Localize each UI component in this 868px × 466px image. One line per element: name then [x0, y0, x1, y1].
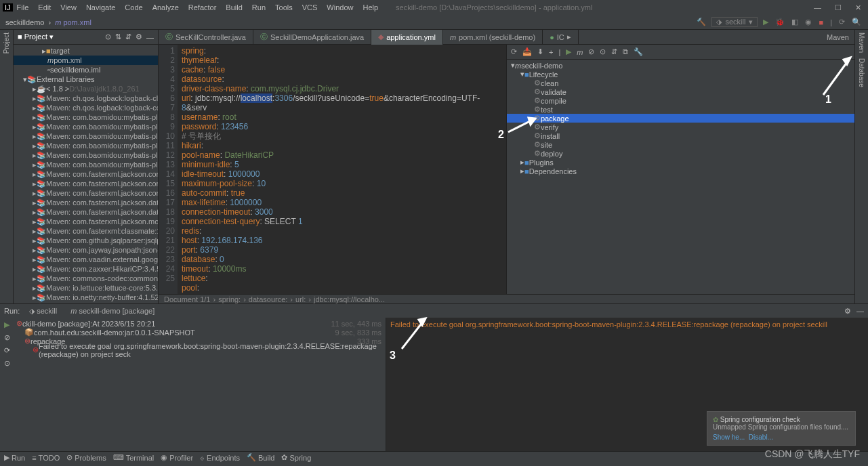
collapse-all-icon[interactable]: ⇵ — [611, 47, 617, 56]
bb-build[interactable]: 🔨 Build — [247, 453, 274, 462]
build-icon[interactable]: 🔨 — [695, 18, 707, 26]
settings-icon[interactable]: 🔧 — [634, 47, 643, 56]
tree-lib[interactable]: ▸ 📚 Maven: ch.qos.logback:logback-classi… — [14, 93, 158, 103]
maven-goal-clean[interactable]: ⚙ clean — [507, 79, 854, 87]
breadcrumb-project[interactable]: seckilldemo — [5, 18, 44, 26]
run-head[interactable]: ckill-demo [package]: — [22, 320, 92, 328]
menu-code[interactable]: Code — [121, 2, 146, 13]
maven-deps[interactable]: Dependencies — [529, 167, 577, 175]
maven-goal-package[interactable]: ⚙ package — [507, 114, 854, 123]
run-artifact[interactable]: com.haut.edu:seckill-demo:jar:0.0.1-SNAP… — [34, 329, 195, 337]
tab-yml[interactable]: ◆application.yml — [371, 30, 443, 45]
run-tab-1[interactable]: ⬗ seckill — [25, 307, 61, 316]
run-tab-2[interactable]: m seckill-demo [package] — [66, 307, 159, 315]
hide-icon[interactable]: — — [146, 33, 154, 41]
maven-panel-title[interactable]: Maven — [821, 33, 854, 41]
tree-lib[interactable]: ▸ 📚 Maven: com.vaadin.external.google:an… — [14, 255, 158, 264]
crumb-4[interactable]: jdbc:mysql://localho... — [314, 295, 385, 303]
menu-build[interactable]: Build — [222, 2, 246, 13]
hide-icon[interactable]: — — [856, 307, 864, 315]
toggle-icon[interactable]: ⊘ — [588, 47, 594, 56]
code-area[interactable]: 1234567891011121314151617181920212223242… — [159, 45, 506, 294]
update-button[interactable]: ⟳ — [838, 18, 846, 26]
notif-disable[interactable]: Disabl... — [749, 433, 773, 441]
tab-controller[interactable]: ⓒSecKillController.java — [159, 30, 253, 45]
tree-lib[interactable]: ▸ 📚 Maven: com.baomidou:mybatis-plus:3.4… — [14, 112, 158, 122]
menu-tools[interactable]: Tools — [271, 2, 297, 13]
add-icon[interactable]: + — [549, 48, 553, 56]
maven-goal-compile[interactable]: ⚙ compile — [507, 96, 854, 105]
tree-lib[interactable]: ▸ 📚 Maven: com.baomidou:mybatis-plus-cor… — [14, 141, 158, 150]
maven-goal-site[interactable]: ⚙ site — [507, 140, 854, 149]
crumb-1[interactable]: spring: — [218, 295, 241, 303]
maven-goal-verify[interactable]: ⚙ verify — [507, 123, 854, 131]
profile-button[interactable]: ◉ — [804, 18, 813, 26]
select-opened-icon[interactable]: ⊙ — [105, 33, 111, 41]
tree-lib[interactable]: ▸ 📚 Maven: com.fasterxml.jackson.core:ja… — [14, 188, 158, 198]
debug-button[interactable]: 🐞 — [774, 18, 786, 26]
close-button[interactable]: ✕ — [851, 3, 865, 12]
tree-lib[interactable]: ▸ 📚 Maven: com.baomidou:mybatis-plus-ext… — [14, 150, 158, 160]
tree-lib[interactable]: ▸ 📚 Maven: io.netty:netty-buffer:4.1.52.… — [14, 293, 158, 302]
tab-application[interactable]: ⓒSeckillDemoApplication.java — [253, 30, 371, 45]
tree-lib[interactable]: ▸ 📚 Maven: com.baomidou:mybatis-plus-ann… — [14, 122, 158, 131]
run-button[interactable]: ▶ — [762, 18, 770, 26]
tab-ic[interactable]: ●IC ▸ — [543, 30, 579, 45]
generate-icon[interactable]: 📥 — [522, 47, 532, 56]
run-config-select[interactable]: ⬗ seckill ▾ — [711, 17, 758, 27]
tree-lib[interactable]: ▸ 📚 Maven: com.baomidou:mybatis-plus-boo… — [14, 131, 158, 141]
tree-lib[interactable]: ▸ 📚 Maven: com.fasterxml:classmate:1.5.1 — [14, 226, 158, 236]
maven-goal-install[interactable]: ⚙ install — [507, 131, 854, 140]
show-deps-icon[interactable]: ⧉ — [623, 47, 628, 56]
crumb-3[interactable]: url: — [295, 295, 306, 303]
run-error[interactable]: Failed to execute goal org.springframewo… — [39, 342, 383, 358]
menu-vcs[interactable]: VCS — [298, 2, 322, 13]
tree-lib[interactable]: ▸ 📚 Maven: io.lettuce:lettuce-core:5.3.4… — [14, 283, 158, 293]
reload-icon[interactable]: ⟳ — [511, 47, 517, 56]
tree-jdk[interactable]: < 1.8 > — [46, 85, 69, 93]
menu-help[interactable]: Help — [358, 2, 382, 13]
run-tree[interactable]: ⊗ ckill-demo [package]: At 2023/6/15 20:… — [14, 318, 386, 451]
rerun-icon[interactable]: ▶ — [4, 320, 9, 329]
tree-lib[interactable]: ▸ 📚 Maven: io.netty:netty-codec:4.1.52.F… — [14, 302, 158, 303]
stop-button[interactable]: ■ — [817, 18, 825, 26]
gear-icon[interactable]: ⚙ — [136, 33, 142, 41]
maven-goal-deploy[interactable]: ⚙ deploy — [507, 149, 854, 158]
stop-icon[interactable]: ⊘ — [4, 333, 10, 342]
search-icon[interactable]: 🔍 — [850, 18, 863, 26]
bb-problems[interactable]: ⊘ Problems — [66, 453, 106, 462]
bb-endpoints[interactable]: ⟐ Endpoints — [200, 454, 240, 462]
bb-run[interactable]: ▶ Run — [4, 453, 25, 462]
crumb-2[interactable]: datasource: — [249, 295, 287, 303]
menu-file[interactable]: File — [13, 2, 33, 13]
tree-lib[interactable]: ▸ 📚 Maven: com.fasterxml.jackson.datatyp… — [14, 207, 158, 217]
menu-run[interactable]: Run — [248, 2, 270, 13]
bb-profiler[interactable]: ◉ Profiler — [161, 453, 193, 462]
menu-analyze[interactable]: Analyze — [148, 2, 183, 13]
expand-icon[interactable]: ⇅ — [115, 33, 121, 41]
pin-icon[interactable]: ⊙ — [4, 359, 10, 368]
maximize-button[interactable]: ☐ — [831, 3, 846, 12]
tree-lib[interactable]: ▸ 📚 Maven: commons-codec:commons-codec:1… — [14, 274, 158, 283]
tree-lib[interactable]: ▸ 📚 Maven: com.fasterxml.jackson.core:ja… — [14, 169, 158, 179]
sidebar-project[interactable]: Project — [3, 33, 10, 54]
maven-plugins[interactable]: Plugins — [529, 158, 554, 167]
project-tree[interactable]: ▸ ■ target m pom.xml ▫ seckilldemo.iml ▾… — [14, 45, 158, 303]
bb-terminal[interactable]: ⌨ Terminal — [113, 453, 154, 462]
tree-ext-lib[interactable]: External Libraries — [37, 75, 95, 83]
maven-lifecycle[interactable]: Lifecycle — [529, 70, 558, 79]
tree-target[interactable]: target — [51, 47, 70, 55]
maven-goal-validate[interactable]: ⚙ validate — [507, 87, 854, 96]
bb-spring[interactable]: ✿ Spring — [281, 453, 311, 462]
filter-icon[interactable]: ⟳ — [4, 346, 10, 355]
tree-lib[interactable]: ▸ 📚 Maven: com.zaxxer:HikariCP:3.4.5 — [14, 264, 158, 274]
bb-todo[interactable]: ≡ TODO — [32, 454, 60, 462]
offline-icon[interactable]: ⊙ — [600, 47, 606, 56]
code-content[interactable]: spring: thymeleaf: cache: false datasour… — [178, 45, 506, 294]
tree-lib[interactable]: ▸ 📚 Maven: com.fasterxml.jackson.core:ja… — [14, 179, 158, 188]
breadcrumb-file[interactable]: m pom.xml — [55, 18, 91, 26]
execute-icon[interactable]: m — [577, 48, 583, 56]
tree-lib[interactable]: ▸ 📚 Maven: ch.qos.logback:logback-core:1… — [14, 103, 158, 112]
notif-show[interactable]: Show he... — [713, 433, 745, 441]
gear-icon[interactable]: ⚙ — [844, 307, 851, 316]
